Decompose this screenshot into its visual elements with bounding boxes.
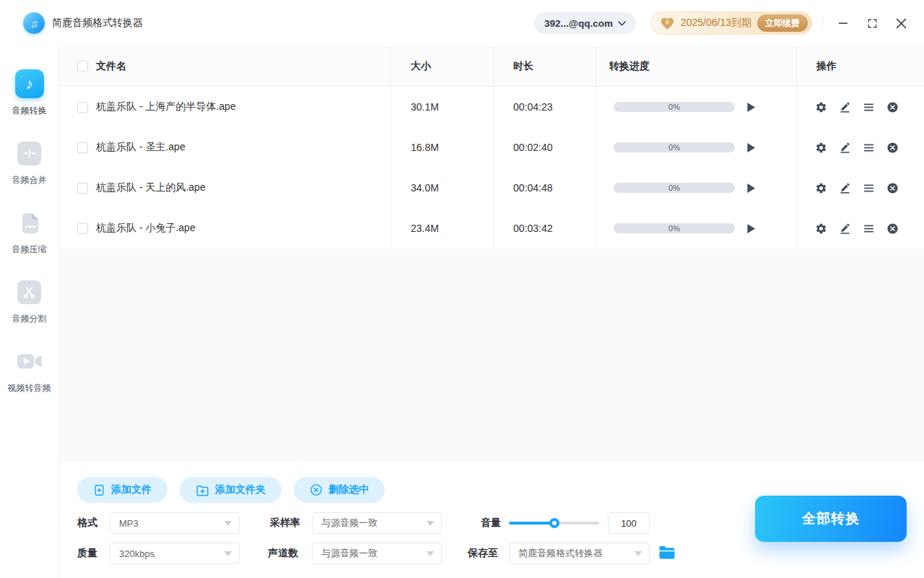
button-label: 添加文件	[111, 483, 152, 496]
column-header-duration: 时长	[513, 60, 533, 73]
file-duration: 00:04:23	[513, 101, 553, 113]
app-logo-icon: ♫	[23, 12, 45, 34]
sidebar: ♪ 音频转换 音频合并	[0, 46, 59, 578]
save-to-select[interactable]: 简鹿音频格式转换器	[509, 543, 650, 564]
close-button[interactable]	[886, 9, 915, 38]
table-row: 杭盖乐队 - 小兔子.ape 23.4M 00:03:42 0%	[59, 208, 924, 249]
folder-plus-icon	[196, 484, 209, 496]
file-duration: 00:04:48	[513, 182, 553, 194]
open-folder-button[interactable]	[658, 545, 676, 562]
table-header: 文件名 大小 时长 转换进度 操作	[59, 46, 924, 87]
app-brand: ♫ 简鹿音频格式转换器	[0, 12, 143, 34]
add-folder-button[interactable]: 添加文件夹	[180, 477, 282, 503]
video-camera-icon	[15, 347, 44, 376]
slider-thumb[interactable]	[549, 518, 559, 528]
file-size: 34.0M	[411, 182, 439, 194]
slider-fill	[509, 522, 554, 525]
details-list-icon[interactable]	[863, 101, 875, 113]
maximize-button[interactable]	[858, 9, 886, 38]
volume-slider[interactable]	[509, 522, 599, 525]
button-label: 添加文件夹	[215, 483, 266, 496]
sidebar-item-audio-compress[interactable]: 音频压缩	[0, 208, 58, 256]
remove-file-icon[interactable]	[886, 182, 899, 194]
row-checkbox[interactable]	[77, 183, 88, 194]
edit-icon[interactable]	[839, 101, 851, 113]
vip-heart-icon: V	[660, 17, 675, 30]
details-list-icon[interactable]	[863, 142, 875, 154]
add-file-button[interactable]: 添加文件	[77, 477, 167, 503]
play-button[interactable]	[746, 142, 756, 153]
channels-select[interactable]: 与源音频一致	[312, 543, 442, 564]
sidebar-item-label: 视频转音频	[8, 382, 51, 394]
row-checkbox[interactable]	[77, 142, 88, 153]
folder-icon	[658, 545, 676, 561]
settings-icon[interactable]	[815, 223, 827, 235]
sidebar-item-audio-merge[interactable]: 音频合并	[0, 139, 58, 186]
play-button[interactable]	[746, 102, 756, 113]
select-all-checkbox[interactable]	[77, 61, 88, 72]
remove-file-icon[interactable]	[886, 223, 899, 235]
compress-file-icon	[15, 208, 44, 237]
settings-icon[interactable]	[815, 182, 827, 194]
progress-label: 0%	[614, 183, 735, 193]
sidebar-item-label: 音频合并	[12, 174, 47, 186]
play-button[interactable]	[746, 223, 756, 234]
music-note-icon: ♪	[15, 69, 44, 98]
convert-all-button[interactable]: 全部转换	[755, 496, 907, 542]
channels-value: 与源音频一致	[321, 547, 427, 560]
column-header-name: 文件名	[96, 60, 126, 73]
table-row: 杭盖乐队 - 天上的风.ape 34.0M 00:04:48 0%	[59, 168, 924, 208]
sample-rate-label: 采样率	[270, 512, 300, 534]
channels-label: 声道数	[268, 543, 298, 564]
dropdown-arrow-icon	[225, 551, 232, 556]
vip-expiry-date: 2025/06/13到期	[681, 17, 751, 30]
save-to-label: 保存至	[468, 543, 498, 564]
account-menu[interactable]: 392...@qq.com	[534, 12, 636, 34]
sidebar-item-audio-split[interactable]: 音频分割	[0, 277, 58, 325]
renew-button[interactable]: 立即续费	[757, 14, 808, 32]
file-name: 杭盖乐队 - 上海产的半导体.ape	[96, 100, 236, 113]
table-row: 杭盖乐队 - 圣主.ape 16.8M 00:02:40 0%	[59, 127, 924, 168]
file-plus-icon	[93, 484, 105, 496]
volume-input[interactable]	[608, 512, 650, 534]
quality-select[interactable]: 320kbps	[110, 543, 240, 564]
minimize-button[interactable]	[829, 9, 858, 38]
column-header-progress: 转换进度	[609, 60, 650, 73]
svg-text:V: V	[666, 19, 670, 25]
delete-selected-button[interactable]: 删除选中	[294, 477, 385, 503]
settings-icon[interactable]	[815, 101, 827, 113]
bottom-panel: 添加文件 添加文件夹 删除选中 格式 MP3 采样率	[59, 462, 924, 578]
edit-icon[interactable]	[839, 223, 851, 235]
progress-bar: 0%	[614, 102, 735, 112]
remove-file-icon[interactable]	[886, 101, 899, 113]
details-list-icon[interactable]	[863, 223, 875, 235]
table-row: 杭盖乐队 - 上海产的半导体.ape 30.1M 00:04:23 0%	[59, 87, 924, 127]
divider	[822, 17, 823, 29]
row-checkbox[interactable]	[77, 223, 88, 234]
quality-value: 320kbps	[119, 548, 225, 559]
format-value: MP3	[119, 518, 225, 529]
file-duration: 00:02:40	[513, 142, 553, 153]
format-select[interactable]: MP3	[110, 512, 240, 534]
sidebar-item-video-to-audio[interactable]: 视频转音频	[0, 347, 58, 394]
main-panel: 文件名 大小 时长 转换进度 操作 杭盖乐队 - 上海产的半导体.ape 30.…	[59, 46, 924, 578]
dropdown-arrow-icon	[427, 521, 434, 526]
row-checkbox[interactable]	[77, 102, 88, 113]
details-list-icon[interactable]	[863, 182, 875, 194]
format-label: 格式	[77, 512, 97, 534]
title-bar: ♫ 简鹿音频格式转换器 392...@qq.com V 2025/06/13到期…	[0, 0, 924, 46]
column-header-actions: 操作	[816, 60, 837, 73]
remove-file-icon[interactable]	[886, 142, 899, 154]
file-size: 23.4M	[411, 223, 439, 234]
settings-icon[interactable]	[815, 142, 827, 154]
sidebar-item-audio-convert[interactable]: ♪ 音频转换	[0, 69, 58, 117]
vip-badge: V 2025/06/13到期 立即续费	[650, 12, 812, 35]
edit-icon[interactable]	[839, 142, 851, 154]
play-button[interactable]	[746, 183, 756, 194]
edit-icon[interactable]	[839, 182, 851, 194]
dropdown-arrow-icon	[427, 551, 434, 556]
sidebar-item-label: 音频压缩	[12, 243, 47, 256]
sample-rate-select[interactable]: 与源音频一致	[312, 512, 442, 534]
sample-rate-value: 与源音频一致	[321, 517, 427, 530]
progress-label: 0%	[614, 102, 735, 112]
